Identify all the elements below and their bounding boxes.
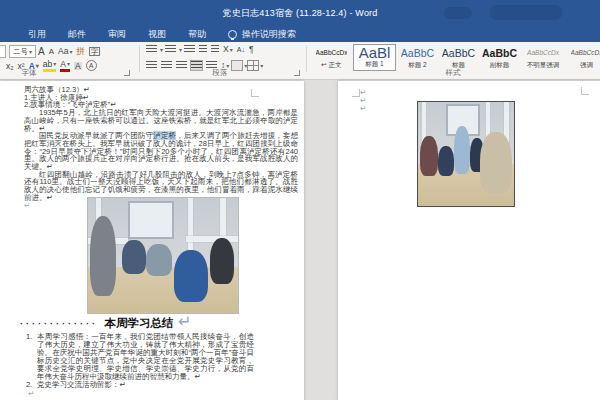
- person-figure: [454, 126, 470, 174]
- story-paragraph-2: 国民党反动派早就派了两个团防守泸定桥，后来又调了两个旅赶去增援，妄想把红军消灭在…: [24, 132, 298, 171]
- margin-mark-icon: [352, 89, 360, 97]
- person-figure: [210, 238, 234, 284]
- person-figure: [480, 132, 512, 194]
- ribbon: 二号 ▾ A A Aa ▾ 拼 字 x₂ x² A ▾ ab ▾ A: [0, 42, 600, 80]
- dorm-photo-2[interactable]: [417, 101, 515, 207]
- page-1[interactable]: 周六故事（12.3）↵ 1.主讲人：徐康婷↵ 2.故事情境：“飞夺泸定桥”↵ 1…: [0, 81, 304, 400]
- tab-help[interactable]: 帮助: [188, 28, 206, 41]
- styles-group: AaBbCcDx ↩ 正文 AaBl 标题 1 AaBbC 标题 2 AaBbC…: [310, 42, 600, 79]
- change-case-button[interactable]: Aa ▾: [58, 47, 72, 56]
- style-heading1-selected[interactable]: AaBl 标题 1: [353, 44, 396, 71]
- borders-button[interactable]: [247, 60, 259, 71]
- style-heading2[interactable]: AaBbC 标题 2: [398, 44, 437, 71]
- title-bar: 党史日志413宿舍 (11.28-12.4) - Word: [0, 0, 600, 26]
- chevron-down-icon: ▾: [67, 61, 70, 67]
- phonetic-guide-button[interactable]: 拼: [76, 47, 85, 56]
- tab-review[interactable]: 审阅: [108, 28, 126, 41]
- titlebar-redacted-account: [444, 7, 472, 19]
- style-subtitle[interactable]: AaBbC 副标题: [480, 44, 519, 71]
- styles-group-label: 样式: [438, 68, 468, 78]
- tell-me-search[interactable]: 操作说明搜索: [242, 28, 296, 41]
- person-figure: [146, 244, 172, 276]
- font-group-label: 字体: [14, 68, 44, 78]
- increase-indent-button[interactable]: [211, 45, 219, 54]
- summary-heading-text: 本周学习总结: [104, 317, 173, 329]
- photo-window: [128, 201, 174, 239]
- asian-layout-button[interactable]: X ▾: [223, 45, 233, 54]
- highlight-color-button[interactable]: ab ▾: [43, 60, 56, 72]
- empty-paragraph-mark: ↵: [28, 390, 254, 398]
- style-subtle-emphasis[interactable]: AaBbCcDx 不明显强调: [521, 44, 565, 71]
- tab-mailings[interactable]: 邮件: [68, 28, 86, 41]
- group-divider: [306, 46, 307, 72]
- person-figure: [122, 240, 146, 274]
- style-emphasis[interactable]: AaBbCcDx 强调: [567, 44, 600, 71]
- align-left-button[interactable]: [146, 61, 157, 70]
- tab-references[interactable]: 引用: [28, 28, 46, 41]
- chevron-down-icon: ▾: [260, 62, 263, 69]
- style-title[interactable]: AaBbC 标题: [439, 44, 478, 71]
- list-item: 1. 本周学习感悟：一百年来，我们党团结带领人民接续奋斗，创造了伟大历史，建立了…: [26, 333, 254, 380]
- summary-item-2: 党史学习交流活动留影：↵: [37, 381, 254, 389]
- subscript-button[interactable]: x₂: [6, 62, 14, 71]
- font-color-button[interactable]: A ▾: [60, 60, 70, 72]
- chevron-down-icon: ▾: [160, 46, 163, 53]
- summary-list[interactable]: 1. 本周学习感悟：一百年来，我们党团结带领人民接续奋斗，创造了伟大历史，建立了…: [26, 333, 254, 400]
- person-figure: [420, 136, 438, 176]
- align-right-button[interactable]: [176, 61, 187, 70]
- page-2[interactable]: ↵ ↵ ↵: [338, 81, 600, 400]
- chevron-down-icon: ▾: [53, 61, 56, 67]
- sort-button[interactable]: A↓: [237, 46, 245, 53]
- font-group-launcher[interactable]: [124, 70, 130, 76]
- character-border-button[interactable]: 字: [89, 47, 100, 56]
- paragraph-group-launcher[interactable]: [294, 70, 300, 76]
- multilevel-list-button[interactable]: [184, 45, 195, 54]
- story-section[interactable]: 周六故事（12.3）↵ 1.主讲人：徐康婷↵ 2.故事情境：“飞夺泸定桥”↵ 1…: [24, 86, 298, 209]
- document-canvas: 周六故事（12.3）↵ 1.主讲人：徐康婷↵ 2.故事情境：“飞夺泸定桥”↵ 1…: [0, 80, 600, 400]
- numbering-button[interactable]: [165, 45, 176, 54]
- paragraph-mark: ↵: [178, 313, 191, 330]
- chevron-down-icon: ▾: [29, 48, 32, 55]
- empty-paragraph-marks[interactable]: ↵ ↵ ↵: [360, 89, 366, 113]
- align-center-button[interactable]: [161, 61, 172, 70]
- font-name-combo-partial[interactable]: [0, 45, 6, 58]
- shrink-font-button[interactable]: A: [49, 48, 54, 56]
- grow-font-button[interactable]: A: [38, 47, 45, 57]
- bullets-button[interactable]: [146, 45, 157, 54]
- decrease-indent-button[interactable]: [199, 45, 207, 54]
- list-item: 2. 党史学习交流活动留影：↵: [26, 381, 254, 389]
- paragraph-group-label: 段落: [205, 68, 235, 78]
- bunk-frame: [186, 236, 238, 242]
- margin-mark-icon: [581, 87, 589, 95]
- lightbulb-icon: [228, 30, 237, 39]
- person-figure: [90, 216, 116, 296]
- summary-item-1: 本周学习感悟：一百年来，我们党团结带领人民接续奋斗，创造了伟大历史，建立了伟大功…: [37, 333, 254, 380]
- person-figure: [174, 250, 208, 302]
- chevron-down-icon: ▾: [69, 49, 72, 55]
- chevron-down-icon: ▾: [179, 46, 182, 53]
- show-hide-marks-button[interactable]: ¶: [249, 45, 254, 54]
- font-size-combo[interactable]: 二号 ▾: [9, 45, 36, 58]
- story-paragraph-1: 1935年5月，北上抗日的红军向天险大渡河挺进。大渡河水流湍急，两岸都是高山峻岭…: [24, 109, 298, 132]
- style-normal[interactable]: AaBbCcDx ↩ 正文: [312, 44, 351, 71]
- group-divider: [139, 46, 140, 72]
- tab-view[interactable]: 视图: [148, 28, 166, 41]
- character-shading-button[interactable]: A: [74, 62, 82, 71]
- dorm-photo-1[interactable]: [87, 197, 239, 314]
- enclose-characters-button[interactable]: A: [86, 60, 97, 71]
- heading-dotted-leader: ·············: [20, 319, 98, 329]
- summary-heading[interactable]: ············· 本周学习总结 ↵: [20, 312, 290, 331]
- ribbon-tabs-bar: 引用 邮件 审阅 视图 帮助 操作说明搜索: [0, 26, 600, 42]
- justify-button[interactable]: [191, 61, 202, 70]
- person-figure: [438, 146, 454, 176]
- titlebar-redacted-controls: [490, 5, 562, 20]
- chevron-down-icon: ▾: [230, 47, 233, 53]
